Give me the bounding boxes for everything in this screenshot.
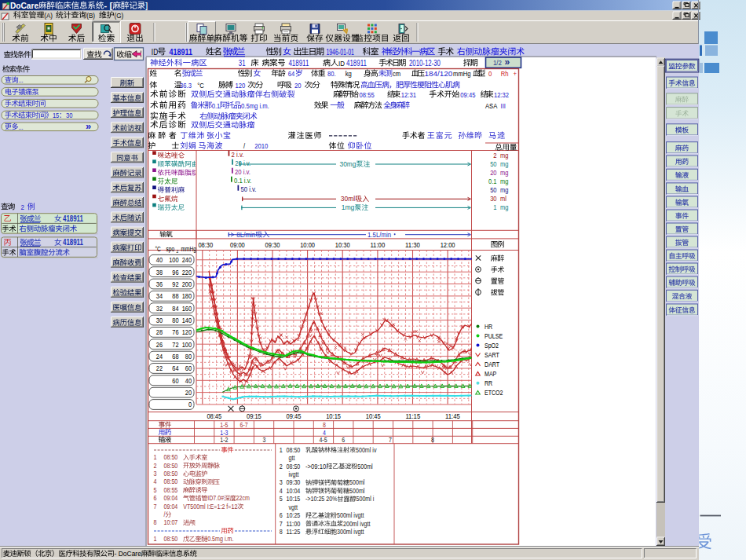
svg-text:418911: 418911: [63, 214, 83, 223]
svg-text:08:30: 08:30: [198, 240, 213, 249]
svg-text:36: 36: [156, 280, 163, 288]
svg-text:»: »: [505, 57, 510, 68]
svg-text:60: 60: [185, 364, 192, 372]
svg-text:50: 50: [490, 159, 496, 168]
svg-text:10:15: 10:15: [287, 495, 301, 503]
svg-text:1/2: 1/2: [493, 58, 502, 67]
svg-text:64: 64: [172, 364, 178, 372]
svg-text:20: 20: [185, 389, 192, 397]
svg-text:08:50: 08:50: [164, 478, 178, 485]
svg-text:6: 6: [153, 494, 156, 502]
svg-text:(A): (A): [44, 11, 53, 20]
svg-text:32: 32: [156, 305, 163, 313]
svg-text:7: 7: [389, 436, 392, 444]
svg-text:0.5mg i.m.: 0.5mg i.m.: [207, 535, 233, 543]
svg-text:3: 3: [153, 470, 156, 478]
svg-text:184/120: 184/120: [425, 69, 453, 78]
svg-text:2: 2: [177, 248, 179, 254]
svg-text:500ml i: 500ml i: [357, 495, 375, 503]
svg-text:...: ...: [18, 123, 23, 131]
svg-text:30ml: 30ml: [341, 194, 355, 203]
svg-text:08:50: 08:50: [164, 462, 178, 470]
svg-text:0.1 i.v.: 0.1 i.v.: [234, 176, 251, 185]
svg-text:20: 20: [490, 168, 496, 177]
svg-text:mmHg: mmHg: [453, 69, 471, 78]
svg-text:180: 180: [182, 292, 192, 300]
svg-text:120: 120: [182, 328, 192, 336]
svg-text:09:04: 09:04: [164, 503, 178, 511]
svg-text:SpO2: SpO2: [485, 342, 499, 350]
svg-text:50 i.v.: 50 i.v.: [241, 185, 257, 193]
svg-text:08:50: 08:50: [164, 535, 178, 543]
svg-text:300ml ivgtt: 300ml ivgtt: [337, 528, 364, 536]
svg-text:4: 4: [153, 478, 156, 485]
svg-text:200: 200: [182, 280, 192, 288]
svg-text:120: 120: [235, 81, 245, 90]
svg-text:12:00: 12:00: [441, 240, 455, 249]
svg-text:...: ...: [18, 75, 23, 84]
svg-text:2: 2: [153, 462, 156, 470]
svg-text:(B): (B): [86, 11, 95, 20]
svg-text:0: 0: [488, 69, 492, 78]
svg-text:1-2: 1-2: [220, 436, 228, 444]
svg-text:2: 2: [280, 463, 283, 470]
svg-text:0.1: 0.1: [212, 101, 221, 110]
svg-text:22: 22: [156, 364, 163, 372]
svg-text:72: 72: [172, 341, 178, 349]
svg-text:8: 8: [153, 518, 156, 526]
svg-text:10:45: 10:45: [366, 412, 381, 420]
svg-text:8: 8: [431, 436, 434, 444]
svg-text:spo: spo: [166, 245, 175, 253]
svg-text:1946-01-01: 1946-01-01: [326, 48, 354, 57]
svg-text:10:07: 10:07: [164, 518, 178, 526]
svg-text:500ml ivgtt: 500ml ivgtt: [337, 511, 364, 519]
svg-text:]: ]: [145, 2, 148, 10]
svg-text:kg: kg: [346, 69, 352, 78]
svg-text:80: 80: [172, 317, 178, 324]
svg-text:10:00: 10:00: [300, 240, 315, 249]
svg-text:5: 5: [280, 495, 283, 503]
svg-text:°C: °C: [155, 245, 160, 253]
svg-text:ETCO2: ETCO2: [485, 389, 503, 397]
svg-text:cm: cm: [393, 69, 400, 78]
svg-text:418911: 418911: [346, 59, 367, 68]
svg-text:0.5mg i.m.: 0.5mg i.m.: [241, 101, 269, 110]
svg-text:mg: mg: [500, 177, 508, 185]
svg-text:31: 31: [239, 59, 246, 68]
svg-text:ID7.0#: ID7.0#: [207, 494, 224, 502]
svg-text:15: 15: [53, 111, 59, 119]
svg-text:0.1: 0.1: [488, 177, 496, 185]
svg-text:80.: 80.: [327, 69, 336, 78]
svg-text:38: 38: [156, 269, 163, 276]
svg-text:09:45: 09:45: [460, 90, 476, 99]
svg-text:100: 100: [182, 341, 192, 349]
svg-text:100: 100: [169, 256, 178, 264]
svg-text:VT500ml I:E=1:2 f=12: VT500ml I:E=1:2 f=12: [183, 503, 237, 511]
svg-text:mg: mg: [500, 185, 508, 194]
svg-text:10:04: 10:04: [287, 487, 301, 495]
svg-text:2010: 2010: [254, 141, 268, 150]
svg-text:8: 8: [323, 421, 326, 429]
svg-text:08:50: 08:50: [287, 463, 301, 470]
svg-text:ivgtt: ivgtt: [289, 470, 299, 478]
svg-text:3: 3: [280, 478, 283, 486]
svg-text:RR: RR: [485, 379, 492, 387]
svg-text:5: 5: [153, 486, 156, 494]
svg-text:09:15: 09:15: [247, 412, 261, 420]
svg-text:1: 1: [153, 453, 156, 461]
svg-text:ID: ID: [338, 59, 345, 68]
svg-text:1mg: 1mg: [342, 203, 355, 211]
svg-text:418911: 418911: [170, 48, 193, 57]
svg-text:/: /: [243, 141, 245, 150]
svg-text:mmHg: mmHg: [181, 245, 197, 253]
svg-text:09:00: 09:00: [230, 240, 245, 249]
svg-text:3: 3: [263, 436, 266, 444]
svg-text:08:50: 08:50: [164, 453, 178, 461]
svg-text:09:30: 09:30: [265, 240, 280, 249]
svg-text:- DoCare: - DoCare: [115, 550, 141, 558]
svg-text:/: /: [312, 81, 313, 90]
svg-text:10:25: 10:25: [287, 511, 301, 519]
svg-text:ASA: ASA: [485, 101, 498, 110]
svg-text:mg: mg: [500, 168, 508, 177]
svg-text:III: III: [501, 101, 506, 110]
